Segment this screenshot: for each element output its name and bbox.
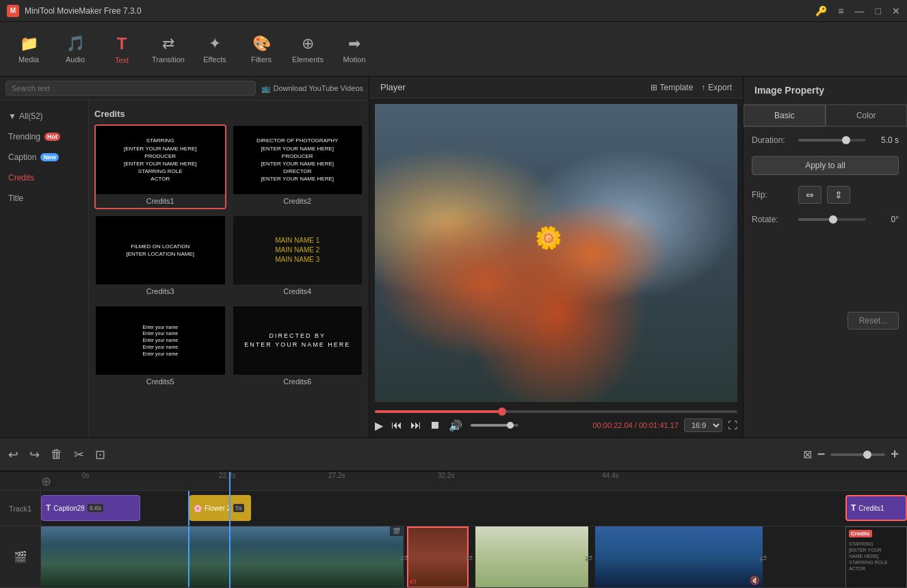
fullscreen-btn[interactable]: ⛶ <box>728 420 737 431</box>
credits-grid: Credits STARRING[ENTER YOUR NAME HERE]PR… <box>89 101 369 438</box>
reset-btn[interactable]: Reset... <box>847 312 899 330</box>
play-btn[interactable]: ▶ <box>375 419 383 432</box>
tab-basic[interactable]: Basic <box>744 105 826 126</box>
sidebar-item-all[interactable]: ▼ All(52) <box>0 106 88 126</box>
transition-arrow-3[interactable]: ⇄ <box>585 552 593 563</box>
toolbar-motion[interactable]: ➡ Motion <box>332 26 376 72</box>
duration-handle[interactable] <box>842 136 850 144</box>
video-track-icon: 🎬 <box>14 550 27 563</box>
tab-color[interactable]: Color <box>826 105 908 126</box>
prev-btn[interactable]: ⏮ <box>391 419 402 431</box>
toolbar-elements[interactable]: ⊕ Elements <box>286 26 330 72</box>
header-btns: ⊞ Template ↑ Export <box>650 83 732 92</box>
volume-fill <box>471 424 509 427</box>
rotate-handle[interactable] <box>829 215 837 224</box>
close-btn[interactable]: ✕ <box>892 5 900 16</box>
flower-icon: 🌸 <box>194 505 202 512</box>
caption-clip[interactable]: T Caption28 6.6s <box>41 495 140 521</box>
redo-btn[interactable]: ↪ <box>29 447 40 462</box>
credits-badge: Credits <box>849 530 872 537</box>
next-btn[interactable]: ⏭ <box>410 419 421 431</box>
template-btn[interactable]: ⊞ Template <box>650 83 694 92</box>
flip-vertical-btn[interactable]: ⇕ <box>827 186 850 204</box>
crop-btn[interactable]: ⊡ <box>95 447 105 462</box>
flower-clip[interactable]: 🌸 Flower 2 5s <box>189 495 251 521</box>
sidebar-item-title[interactable]: Title <box>0 188 88 209</box>
toolbar-transition[interactable]: ⇄ Transition <box>146 26 190 72</box>
delete-btn[interactable]: 🗑 <box>51 447 63 462</box>
toolbar-audio[interactable]: 🎵 Audio <box>53 26 97 72</box>
toolbar-filters[interactable]: 🎨 Filters <box>239 26 283 72</box>
apply-all-btn[interactable]: Apply to all <box>752 156 899 175</box>
caption-clip-label: Caption28 <box>53 505 85 512</box>
title-label: Title <box>8 193 23 203</box>
flip-horizontal-btn[interactable]: ⇔ <box>798 186 821 204</box>
credits-items-grid: STARRING[ENTER YOUR NAME HERE]PRODUCER[E… <box>94 124 363 390</box>
toolbar-text[interactable]: T Text <box>100 26 144 72</box>
edit-tools: ↩ ↪ 🗑 ✂ ⊡ <box>8 447 105 462</box>
audio-icon-clip: 🔇 <box>750 576 760 585</box>
video-background <box>375 104 737 402</box>
list-item[interactable]: DIRECTOR OF PHOTOGRAPHY[ENTER YOUR NAME … <box>232 124 364 209</box>
credits-end-clip[interactable]: Credits STARRING[ENTER YOURNAME HERE]STA… <box>845 526 907 587</box>
list-item[interactable]: MAIN NAME 1MAIN NAME 2MAIN NAME 3 Credit… <box>232 215 364 299</box>
progress-handle[interactable] <box>498 407 506 416</box>
caption-label: Caption <box>8 152 36 162</box>
volume-bar[interactable] <box>471 424 518 427</box>
flower-video-clip[interactable]: 🏷 <box>407 526 469 587</box>
toolbar-media[interactable]: 📁 Media <box>7 26 51 72</box>
effects-icon: ✦ <box>209 35 221 53</box>
mountain-clip[interactable]: 🎬 <box>41 526 404 587</box>
white-flowers-clip[interactable] <box>475 526 588 587</box>
duration-slider[interactable] <box>798 139 866 142</box>
volume-icon[interactable]: 🔊 <box>449 419 462 432</box>
credit-thumb-text-5: Enter your nameEnter your nameEnter your… <box>140 321 181 360</box>
credit-thumb-5: Enter your nameEnter your nameEnter your… <box>96 306 225 375</box>
minimize-btn[interactable]: — <box>855 5 865 16</box>
maximize-btn[interactable]: □ <box>876 5 881 16</box>
toolbar-effects[interactable]: ✦ Effects <box>193 26 237 72</box>
controls-row: ▶ ⏮ ⏭ ⏹ 🔊 00:00:22.04 / 00:01:41.17 <box>375 418 737 432</box>
sidebar-item-caption[interactable]: Caption New <box>0 147 88 168</box>
sidebar-item-trending[interactable]: Trending Hot <box>0 126 88 147</box>
undo-btn[interactable]: ↩ <box>8 447 18 462</box>
track1-row: Track1 T Caption28 6.6s 🌸 Flower 2 5s T … <box>0 491 907 526</box>
aspect-ratio-select[interactable]: 16:9 9:16 1:1 <box>684 418 722 432</box>
list-item[interactable]: STARRING[ENTER YOUR NAME HERE]PRODUCER[E… <box>94 124 226 209</box>
ocean-clip[interactable]: 🔇 <box>595 526 763 587</box>
download-label: Download YouTube Videos <box>274 84 364 92</box>
export-btn[interactable]: ↑ Export <box>701 83 732 92</box>
rotate-slider[interactable] <box>798 218 866 221</box>
split-icon[interactable]: ⊠ <box>803 448 812 461</box>
download-youtube-btn[interactable]: 📺 Download YouTube Videos <box>261 84 364 93</box>
stop-btn[interactable]: ⏹ <box>430 419 441 431</box>
sidebar-item-credits[interactable]: Credits <box>0 168 88 188</box>
credits1-clip[interactable]: T Credits1 <box>845 495 907 521</box>
list-item[interactable]: Enter your nameEnter your nameEnter your… <box>94 305 226 390</box>
credits1-clip-icon: T <box>851 503 856 513</box>
transition-arrow-4[interactable]: ⇄ <box>759 552 767 563</box>
transition-icon: ⇄ <box>162 35 174 53</box>
rotate-label: Rotate: <box>752 215 793 224</box>
caption-clip-icon: T <box>46 503 51 513</box>
key-icon[interactable]: 🔑 <box>815 5 827 16</box>
search-input[interactable] <box>5 81 256 96</box>
prop-header: Image Property <box>744 77 907 105</box>
list-item[interactable]: DIRECTED BYENTER YOUR NAME HERE Credits6 <box>232 305 364 390</box>
progress-bar[interactable] <box>375 410 737 413</box>
total-time: 00:01:41.17 <box>639 421 679 429</box>
transition-arrow-2[interactable]: ⇄ <box>465 552 473 563</box>
zoom-out-btn[interactable]: − <box>817 446 826 462</box>
zoom-in-btn[interactable]: + <box>891 446 899 462</box>
caption-badge: New <box>40 153 59 161</box>
ruler-mark-0s: 0s <box>82 472 90 479</box>
zoom-slider[interactable] <box>830 453 885 456</box>
credits-section-title: Credits <box>94 106 363 124</box>
add-track-btn[interactable]: ⊕ <box>41 475 51 488</box>
volume-handle[interactable] <box>507 422 514 429</box>
cut-btn[interactable]: ✂ <box>74 447 84 462</box>
zoom-handle[interactable] <box>863 451 871 459</box>
emoji-overlay: 🌼 <box>535 225 562 251</box>
menu-icon[interactable]: ≡ <box>838 5 843 16</box>
list-item[interactable]: FILMED ON LOCATION[ENTER LOCATION NAME] … <box>94 215 226 299</box>
